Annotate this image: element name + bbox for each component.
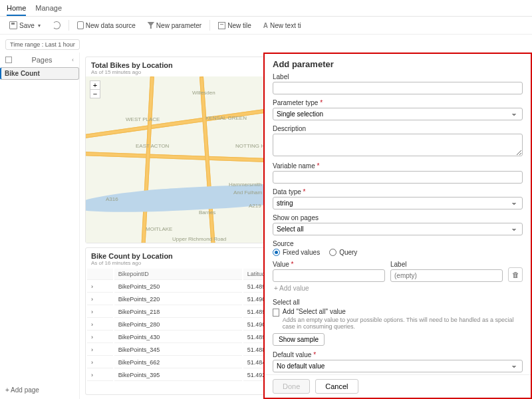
default-value-label: Default value [273, 351, 523, 358]
table-cell: BikePoints_250 [114, 281, 242, 293]
label-label: Label [273, 73, 523, 80]
map-place-label: WEST PLACE [126, 116, 160, 122]
expand-row-icon[interactable]: › [87, 332, 113, 343]
cancel-button[interactable]: Cancel [315, 379, 358, 394]
parameter-type-select[interactable]: Single selection [273, 108, 523, 120]
source-fixed-values-radio[interactable]: Fixed values [273, 249, 320, 256]
source-query-radio[interactable]: Query [329, 249, 357, 256]
data-type-select[interactable]: string [273, 197, 523, 209]
map-place-label: And Fulham [233, 190, 262, 196]
pages-icon [5, 57, 12, 63]
zoom-in-button[interactable]: + [90, 81, 100, 90]
default-value-select[interactable]: No default value [273, 360, 523, 372]
refresh-button[interactable] [49, 19, 65, 31]
time-range-chip[interactable]: Time range : Last 1 hour [5, 39, 80, 50]
trash-icon: 🗑 [512, 271, 519, 279]
sidebar-page-bike-count[interactable]: Bike Count [0, 67, 79, 80]
radio-icon [273, 249, 280, 256]
nav-tabs: Home Manage [0, 0, 532, 17]
pages-header: Pages ‹ [0, 53, 79, 67]
expand-row-icon[interactable]: › [87, 307, 113, 318]
expand-row-icon[interactable]: › [87, 319, 113, 331]
map-place-label: A316 [106, 196, 118, 202]
value-input[interactable] [273, 269, 385, 282]
map-place-label: Hammersmith [229, 182, 262, 188]
add-value-button[interactable]: + Add value [273, 282, 523, 295]
table-cell: BikePoints_662 [114, 357, 242, 368]
table-cell: BikePoints_220 [114, 294, 242, 305]
select-all-hint: Adds an empty value to your possible opt… [283, 317, 523, 330]
new-data-source-button[interactable]: New data source [73, 19, 140, 31]
value-label: Value [273, 261, 385, 268]
add-select-all-checkbox-label: Add "Select all" value [283, 308, 523, 315]
expand-row-icon[interactable]: › [87, 370, 113, 381]
collapse-icon[interactable]: ‹ [72, 57, 74, 63]
map-place-label: MOITLAKE [146, 226, 172, 232]
done-button[interactable]: Done [273, 379, 310, 394]
save-icon [9, 21, 17, 29]
toolbar: Save New data source New parameter New t… [0, 17, 532, 35]
expand-row-icon[interactable]: › [87, 357, 113, 368]
map-place-label: EAST ACTON [136, 143, 169, 149]
parameter-type-label: Parameter type [273, 99, 523, 106]
chip-bar: Time range : Last 1 hour [0, 35, 532, 53]
table-cell: BikePoints_345 [114, 344, 242, 356]
new-tile-button[interactable]: New tile [214, 20, 255, 31]
map-place-label: KENSAL GREEN [205, 115, 247, 121]
variable-name-label: Variable name [273, 162, 523, 170]
expand-row-icon[interactable]: › [87, 281, 113, 293]
description-label: Description [273, 125, 523, 132]
variable-name-input[interactable] [273, 171, 523, 184]
add-select-all-checkbox[interactable] [273, 309, 279, 317]
add-parameter-panel: Add parameter Label Parameter type Singl… [263, 53, 532, 399]
pages-sidebar: Pages ‹ Bike Count + Add page [0, 53, 80, 399]
expand-row-icon[interactable]: › [87, 294, 113, 305]
table-cell: BikePoints_218 [114, 307, 242, 318]
text-icon: A [263, 22, 268, 29]
new-text-tile-button[interactable]: ANew text ti [259, 20, 305, 31]
refresh-icon [53, 21, 61, 29]
show-on-pages-label: Show on pages [273, 214, 523, 221]
database-icon [77, 21, 84, 29]
value-label-label: Label [390, 261, 503, 268]
toolbar-separator [209, 20, 210, 31]
toolbar-separator [68, 20, 69, 31]
workspace: Pages ‹ Bike Count + Add page Total Bike… [0, 53, 532, 399]
table-cell: BikePoints_430 [114, 332, 242, 343]
value-label-input[interactable] [390, 269, 503, 282]
panel-footer: Done Cancel [265, 374, 531, 398]
zoom-out-button[interactable]: − [90, 90, 100, 98]
show-on-pages-select[interactable]: Select all [273, 223, 523, 235]
map-zoom-controls: + − [90, 80, 100, 98]
save-button[interactable]: Save [5, 19, 45, 31]
add-page-button[interactable]: + Add page [0, 381, 79, 399]
radio-icon [329, 249, 336, 256]
new-parameter-button[interactable]: New parameter [144, 20, 205, 31]
funnel-icon [148, 22, 154, 29]
delete-value-button[interactable]: 🗑 [508, 267, 523, 282]
label-input[interactable] [273, 82, 523, 94]
map-place-label: Barnes [199, 209, 215, 215]
tab-home[interactable]: Home [7, 2, 26, 16]
table-column-header[interactable]: BikepointID [114, 269, 242, 280]
panel-title: Add parameter [273, 59, 523, 69]
show-sample-button[interactable]: Show sample [273, 333, 325, 346]
table-cell: BikePoints_395 [114, 370, 242, 381]
description-input[interactable] [273, 134, 523, 156]
app-root: Home Manage Save New data source New par… [0, 0, 532, 399]
expand-row-icon[interactable]: › [87, 344, 113, 356]
map-place-label: Willesden [192, 90, 215, 96]
map-place-label: A219 [249, 203, 261, 209]
select-all-section-label: Select all [273, 299, 523, 306]
tile-icon [218, 22, 225, 29]
map-place-label: Upper Richmond Road [172, 236, 226, 242]
data-type-label: Data type [273, 188, 523, 196]
table-cell: BikePoints_280 [114, 319, 242, 331]
source-label: Source [273, 240, 523, 247]
tab-manage[interactable]: Manage [35, 2, 62, 16]
